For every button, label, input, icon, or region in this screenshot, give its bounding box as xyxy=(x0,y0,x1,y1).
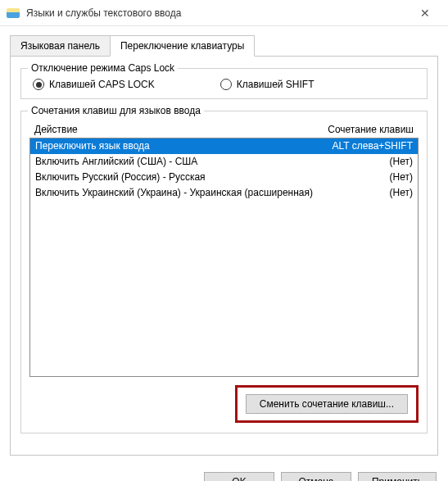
titlebar: Языки и службы текстового ввода ✕ xyxy=(0,0,448,26)
list-row[interactable]: Включить Английский (США) - США (Нет) xyxy=(30,154,418,170)
list-headers: Действие Сочетание клавиш xyxy=(29,121,419,138)
tab-keyboard-switch[interactable]: Переключение клавиатуры xyxy=(110,35,255,57)
dialog-content: Языковая панель Переключение клавиатуры … xyxy=(0,26,448,464)
hotkeys-group: Сочетания клавиш для языков ввода Действ… xyxy=(20,111,428,433)
radio-row: Клавишей CAPS LOCK Клавишей SHIFT xyxy=(29,79,419,90)
radio-shift[interactable]: Клавишей SHIFT xyxy=(220,79,315,90)
row-action: Включить Русский (Россия) - Русская xyxy=(35,170,323,184)
tab-panel: Отключение режима Caps Lock Клавишей CAP… xyxy=(10,56,438,456)
window-icon xyxy=(7,8,20,18)
capslock-group: Отключение режима Caps Lock Клавишей CAP… xyxy=(20,68,428,99)
col-hotkey-header: Сочетание клавиш xyxy=(307,124,414,135)
tab-label: Переключение клавиатуры xyxy=(120,40,244,52)
row-action: Включить Украинский (Украина) - Украинск… xyxy=(35,186,323,200)
list-row[interactable]: Включить Русский (Россия) - Русская (Нет… xyxy=(30,170,418,185)
col-action-header: Действие xyxy=(34,124,307,135)
tab-strip: Языковая панель Переключение клавиатуры xyxy=(10,34,438,56)
row-hotkey: (Нет) xyxy=(323,186,413,200)
tab-language-panel[interactable]: Языковая панель xyxy=(10,35,111,57)
dialog-footer: OK Отмена Применить xyxy=(0,464,448,481)
radio-icon xyxy=(220,79,232,90)
radio-label: Клавишей SHIFT xyxy=(237,79,315,90)
row-hotkey: ALT слева+SHIFT xyxy=(323,139,413,153)
row-hotkey: (Нет) xyxy=(323,170,413,184)
radio-icon xyxy=(33,79,44,90)
list-row[interactable]: Включить Украинский (Украина) - Украинск… xyxy=(30,185,418,201)
hotkey-listbox[interactable]: Переключить язык ввода ALT слева+SHIFT В… xyxy=(29,138,419,377)
ok-button[interactable]: OK xyxy=(204,472,274,481)
row-hotkey: (Нет) xyxy=(323,155,413,169)
group-label: Отключение режима Caps Lock xyxy=(28,62,178,74)
row-action: Включить Английский (США) - США xyxy=(35,155,323,169)
change-hotkey-button[interactable]: Сменить сочетание клавиш... xyxy=(246,394,408,414)
change-button-row: Сменить сочетание клавиш... xyxy=(29,385,419,423)
list-row[interactable]: Переключить язык ввода ALT слева+SHIFT xyxy=(30,138,418,154)
cancel-button[interactable]: Отмена xyxy=(281,472,351,481)
apply-button[interactable]: Применить xyxy=(358,472,437,481)
highlight-box: Сменить сочетание клавиш... xyxy=(235,385,419,423)
window-title: Языки и службы текстового ввода xyxy=(26,7,409,19)
group-label: Сочетания клавиш для языков ввода xyxy=(28,105,204,116)
close-button[interactable]: ✕ xyxy=(409,2,441,25)
tab-label: Языковая панель xyxy=(20,40,100,52)
radio-label: Клавишей CAPS LOCK xyxy=(49,79,155,90)
close-icon: ✕ xyxy=(420,7,430,20)
row-action: Переключить язык ввода xyxy=(35,139,323,153)
radio-caps-lock[interactable]: Клавишей CAPS LOCK xyxy=(33,79,155,90)
